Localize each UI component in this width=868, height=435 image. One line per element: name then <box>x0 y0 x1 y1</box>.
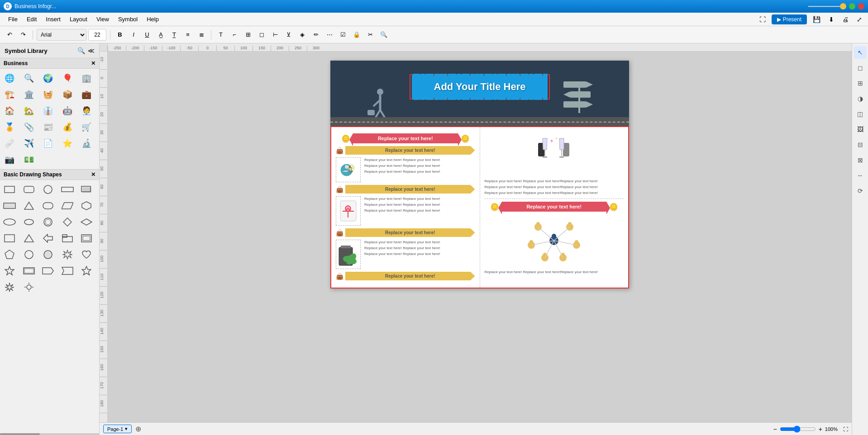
add-page-button[interactable]: ⊕ <box>135 425 141 433</box>
zoom-slider[interactable] <box>780 426 816 433</box>
shape-hexagon[interactable] <box>79 198 94 213</box>
shape-rect[interactable] <box>2 182 17 197</box>
download-icon[interactable]: ⬇ <box>826 15 836 24</box>
font-size-input[interactable] <box>88 29 106 41</box>
shape-starburst[interactable] <box>2 279 17 295</box>
shapes-category[interactable]: Basic Drawing Shapes ✕ <box>0 169 99 180</box>
underline-button[interactable]: U <box>141 29 153 41</box>
sidebar-scrollbar-thumb[interactable] <box>0 433 40 435</box>
pen-button[interactable]: ✏ <box>310 29 322 41</box>
shape-circle3[interactable] <box>21 247 37 262</box>
zoom-out-button[interactable]: − <box>773 426 777 433</box>
symbol-construction[interactable]: 🏗️ <box>2 87 17 102</box>
shape-rhombus[interactable] <box>79 214 94 230</box>
shape-tab[interactable] <box>60 231 75 246</box>
symbol-box[interactable]: 📦 <box>60 87 75 102</box>
shape-rect-rounded[interactable] <box>21 182 37 197</box>
bold-button[interactable]: B <box>114 29 126 41</box>
shape-triangle2[interactable] <box>21 231 37 246</box>
share-icon[interactable]: ⤢ <box>854 15 864 24</box>
checkbox-button[interactable]: ☑ <box>337 29 349 41</box>
symbol-microscope[interactable]: 🔬 <box>79 136 94 151</box>
symbol-band[interactable]: 🩹 <box>2 136 17 151</box>
shape-parallelogram[interactable] <box>60 198 75 213</box>
shape-circle2[interactable] <box>40 214 56 230</box>
italic-button[interactable]: I <box>128 29 139 41</box>
menu-insert[interactable]: Insert <box>41 14 65 24</box>
symbol-clip[interactable]: 📎 <box>21 119 37 135</box>
symbol-search[interactable]: 🔍 <box>21 71 37 86</box>
right-panel-shapes-button[interactable]: ◻ <box>854 61 867 74</box>
shape-12star[interactable] <box>60 247 75 262</box>
shape-rect-shadow[interactable] <box>79 182 94 197</box>
slide-title[interactable]: Add Your Title Here <box>434 81 526 92</box>
symbol-earth[interactable]: 🌍 <box>40 71 56 86</box>
shape-frame[interactable] <box>79 231 94 246</box>
find-button[interactable]: 🔍 <box>378 29 390 41</box>
expand-button[interactable]: ⊻ <box>283 29 295 41</box>
symbol-suit[interactable]: 👔 <box>40 103 56 118</box>
symbol-person2[interactable]: 🧑‍💼 <box>79 103 94 118</box>
sidebar-scroll[interactable]: Business ✕ 🌐 🔍 🌍 🎈 🏢 🏗️ 🏛️ 🧺 📦 💼 🏠 🏡 👔 🤖… <box>0 58 99 433</box>
minimize-button[interactable] <box>840 3 846 9</box>
line-button[interactable]: ⋯ <box>324 29 335 41</box>
close-button[interactable] <box>858 3 864 9</box>
right-panel-layers-button[interactable]: ◑ <box>854 92 867 105</box>
arrow-button[interactable]: ⊢ <box>269 29 281 41</box>
symbol-camera[interactable]: 📷 <box>2 152 17 167</box>
zoom-in-button[interactable]: + <box>819 426 822 433</box>
shape-pentagon[interactable] <box>2 247 17 262</box>
menu-edit[interactable]: Edit <box>22 14 41 24</box>
shape-button[interactable]: ◻ <box>256 29 267 41</box>
menu-file[interactable]: File <box>4 14 22 24</box>
shape-sun[interactable] <box>21 279 37 295</box>
text-cursor-button[interactable]: T <box>215 29 227 41</box>
symbol-money[interactable]: 💰 <box>60 119 75 135</box>
symbol-balloon[interactable]: 🎈 <box>60 71 75 86</box>
line-spacing-button[interactable]: ≣ <box>196 29 207 41</box>
shape-arrow-left[interactable] <box>40 231 56 246</box>
sidebar-collapse-button[interactable]: ≪ <box>88 47 95 54</box>
page-tab-1[interactable]: Page-1 ▾ <box>103 425 132 433</box>
title-box[interactable]: Add Your Title Here <box>412 76 548 97</box>
full-screen-icon[interactable]: ⛶ <box>757 15 768 24</box>
shape-circle[interactable] <box>40 182 56 197</box>
shape-ellipse[interactable] <box>2 214 17 230</box>
symbol-bank[interactable]: 🏛️ <box>21 87 37 102</box>
symbol-medal[interactable]: 🏅 <box>2 119 17 135</box>
shape-tag[interactable] <box>40 263 56 279</box>
shape-rect-filled[interactable] <box>2 198 17 213</box>
print-icon[interactable]: 🖨 <box>840 15 851 24</box>
eraser-button[interactable]: ◈ <box>296 29 308 41</box>
shape-circle4[interactable] <box>40 247 56 262</box>
sidebar-search-button[interactable]: 🔍 <box>77 47 85 54</box>
business-category-close[interactable]: ✕ <box>91 60 95 66</box>
symbol-building[interactable]: 🏢 <box>79 71 94 86</box>
business-category[interactable]: Business ✕ <box>0 58 99 69</box>
font-family-select[interactable]: Arial <box>37 29 86 41</box>
symbol-paper[interactable]: 📄 <box>40 136 56 151</box>
settings-button[interactable]: ✂ <box>364 29 376 41</box>
shape-rect-double[interactable] <box>21 263 37 279</box>
maximize-button[interactable] <box>849 3 855 9</box>
save-icon[interactable]: 💾 <box>811 15 823 24</box>
lock-button[interactable]: 🔒 <box>351 29 362 41</box>
symbol-house[interactable]: 🏠 <box>2 103 17 118</box>
fit-page-button[interactable]: ⛶ <box>843 426 848 432</box>
symbol-robot[interactable]: 🤖 <box>60 103 75 118</box>
shape-rect-wide[interactable] <box>60 182 75 197</box>
symbol-basket[interactable]: 🧺 <box>40 87 56 102</box>
menu-layout[interactable]: Layout <box>65 14 92 24</box>
undo-button[interactable]: ↶ <box>4 29 15 41</box>
crop-button[interactable]: ⌐ <box>229 29 240 41</box>
sidebar-scrollbar[interactable] <box>0 433 99 435</box>
shape-rounded-rect2[interactable] <box>40 198 56 213</box>
symbol-briefcase[interactable]: 💼 <box>79 87 94 102</box>
symbol-newspaper[interactable]: 📰 <box>40 119 56 135</box>
symbol-bills[interactable]: 💵 <box>21 152 37 167</box>
symbol-cart[interactable]: 🛒 <box>79 119 94 135</box>
right-panel-format-button[interactable]: ◫ <box>854 108 867 120</box>
redo-button[interactable]: ↷ <box>17 29 29 41</box>
right-panel-history-button[interactable]: ⟳ <box>854 184 867 197</box>
shape-star[interactable] <box>2 263 17 279</box>
